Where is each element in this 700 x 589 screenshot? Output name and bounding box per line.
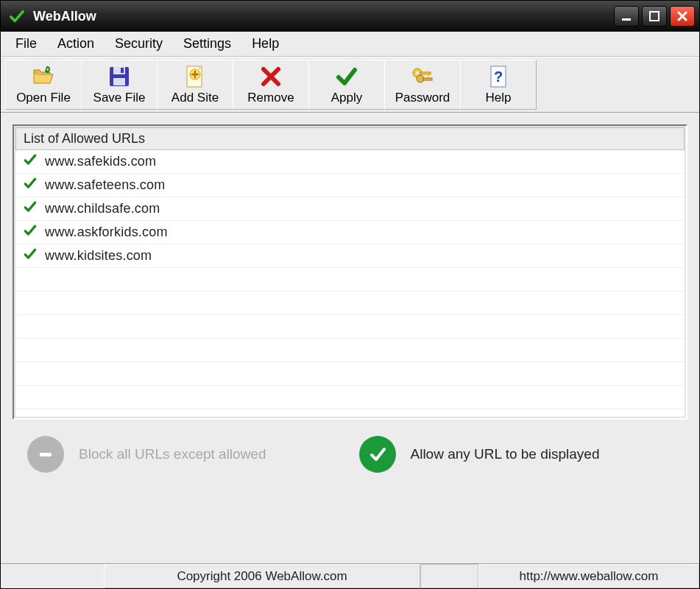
add-site-button[interactable]: Add Site: [157, 60, 233, 110]
list-item[interactable]: [15, 339, 685, 362]
svg-point-9: [416, 71, 419, 74]
app-window: WebAllow File Action Security Settings H…: [0, 0, 700, 589]
menu-action[interactable]: Action: [47, 33, 105, 54]
block-mode[interactable]: Block all URLs except allowed: [27, 436, 342, 473]
block-mode-label: Block all URLs except allowed: [79, 446, 266, 462]
check-icon: [23, 223, 38, 241]
statusbar: Copyright 2006 WebAllow.com http://www.w…: [1, 563, 699, 588]
list-item[interactable]: [15, 386, 685, 409]
check-icon: [23, 176, 38, 194]
url-text: www.childsafe.com: [45, 201, 160, 216]
allow-mode-label: Allow any URL to be displayed: [411, 446, 600, 462]
url-text: www.safekids.com: [45, 154, 156, 169]
list-item[interactable]: [15, 268, 685, 292]
list-item[interactable]: [15, 315, 685, 339]
svg-rect-4: [113, 78, 125, 85]
window-title: WebAllow: [33, 9, 614, 24]
list-item[interactable]: www.childsafe.com: [15, 197, 685, 221]
toolbar-label: Help: [486, 91, 512, 105]
svg-rect-11: [428, 74, 429, 77]
help-button[interactable]: ? Help: [460, 60, 537, 110]
remove-button[interactable]: Remove: [233, 60, 309, 110]
content-area: List of Allowed URLs www.safekids.comwww…: [1, 113, 699, 563]
status-spacer: [420, 564, 478, 588]
list-item[interactable]: www.kidsites.com: [15, 244, 685, 268]
menubar: File Action Security Settings Help: [1, 32, 699, 57]
menu-help[interactable]: Help: [241, 33, 289, 54]
svg-rect-5: [121, 68, 124, 73]
svg-rect-1: [650, 12, 659, 21]
open-file-button[interactable]: Open File: [5, 60, 82, 110]
svg-rect-10: [420, 72, 431, 74]
titlebar: WebAllow: [1, 1, 699, 32]
toolbar-label: Save File: [93, 91, 146, 105]
list-item[interactable]: www.safekids.com: [15, 150, 685, 174]
svg-rect-0: [622, 18, 631, 21]
check-circle-icon: [359, 436, 396, 473]
x-icon: [258, 64, 283, 89]
url-text: www.askforkids.com: [45, 225, 168, 240]
svg-rect-16: [40, 453, 52, 456]
minus-circle-icon: [27, 436, 64, 473]
svg-rect-13: [423, 78, 432, 80]
status-copyright: Copyright 2006 WebAllow.com: [104, 564, 420, 588]
url-text: www.kidsites.com: [45, 248, 152, 264]
list-item[interactable]: [15, 292, 685, 315]
toolbar-label: Open File: [16, 91, 71, 105]
check-icon: [23, 200, 38, 218]
list-item[interactable]: [15, 362, 685, 386]
password-button[interactable]: Password: [384, 60, 461, 110]
toolbar-label: Password: [395, 91, 450, 105]
check-icon: [23, 247, 38, 265]
status-url[interactable]: http://www.weballow.com: [478, 564, 699, 588]
app-icon: [8, 7, 26, 25]
close-button[interactable]: [670, 6, 695, 27]
allow-mode[interactable]: Allow any URL to be displayed: [359, 436, 674, 473]
add-page-icon: [183, 64, 208, 89]
list-header[interactable]: List of Allowed URLs: [15, 127, 685, 150]
menu-settings[interactable]: Settings: [173, 33, 241, 54]
menu-security[interactable]: Security: [105, 33, 173, 54]
window-controls: [614, 6, 695, 27]
floppy-disk-icon: [107, 64, 132, 89]
list-item[interactable]: www.safeteens.com: [15, 174, 685, 197]
check-icon: [334, 64, 359, 89]
toolbar-label: Remove: [247, 91, 294, 105]
apply-button[interactable]: Apply: [308, 60, 385, 110]
minimize-button[interactable]: [614, 6, 639, 27]
toolbar-label: Apply: [331, 91, 363, 105]
menu-file[interactable]: File: [5, 33, 47, 54]
save-file-button[interactable]: Save File: [81, 60, 158, 110]
check-icon: [23, 152, 38, 171]
allowed-urls-panel: List of Allowed URLs www.safekids.comwww…: [13, 124, 687, 420]
toolbar: Open File Save File: [1, 57, 699, 113]
list-item[interactable]: www.askforkids.com: [15, 221, 685, 244]
folder-open-icon: [31, 64, 56, 89]
url-text: www.safeteens.com: [45, 177, 165, 193]
toolbar-label: Add Site: [172, 91, 219, 105]
help-page-icon: ?: [486, 64, 511, 89]
url-list[interactable]: www.safekids.comwww.safeteens.comwww.chi…: [15, 150, 685, 417]
keys-icon: [410, 64, 435, 89]
svg-text:?: ?: [494, 68, 503, 85]
maximize-button[interactable]: [642, 6, 667, 27]
mode-row: Block all URLs except allowed Allow any …: [13, 428, 687, 473]
